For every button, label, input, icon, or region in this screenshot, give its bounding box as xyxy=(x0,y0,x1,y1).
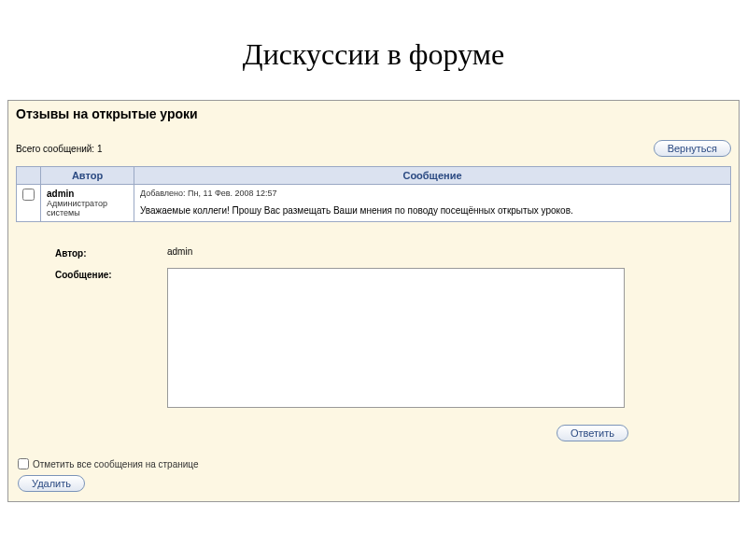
mark-all-label[interactable]: Отметить все сообщения на странице xyxy=(18,458,729,469)
col-author-header: Автор xyxy=(41,167,134,185)
col-check-header xyxy=(17,167,41,185)
row-checkbox[interactable] xyxy=(22,189,35,201)
forum-panel: Отзывы на открытые уроки Всего сообщений… xyxy=(7,100,740,502)
meta-row: Всего сообщений: 1 Вернуться xyxy=(8,127,739,162)
post-date: Добавлено: Пн, 11 Фев. 2008 12:57 xyxy=(140,189,725,198)
author-name: admin xyxy=(47,189,128,199)
message-count: Всего сообщений: 1 xyxy=(16,144,102,154)
message-textarea[interactable] xyxy=(167,268,625,408)
table-row: admin Администратор системы Добавлено: П… xyxy=(17,185,731,222)
back-button[interactable]: Вернуться xyxy=(654,140,731,157)
delete-button[interactable]: Удалить xyxy=(18,475,85,492)
reply-button[interactable]: Ответить xyxy=(557,425,628,441)
page-title: Дискуссии в форуме xyxy=(0,0,747,100)
mark-all-checkbox[interactable] xyxy=(18,458,29,469)
author-role: Администратор системы xyxy=(47,199,128,217)
footer-controls: Отметить все сообщения на странице Удали… xyxy=(8,451,739,501)
author-label: Автор: xyxy=(55,246,167,259)
post-body: Уважаемые коллеги! Прошу Вас размещать В… xyxy=(140,205,725,216)
col-message-header: Сообщение xyxy=(134,167,731,185)
panel-header: Отзывы на открытые уроки xyxy=(8,101,739,127)
author-value: admin xyxy=(167,246,192,259)
message-label: Сообщение: xyxy=(55,268,167,408)
mark-all-text: Отметить все сообщения на странице xyxy=(33,459,199,469)
posts-table: Автор Сообщение admin Администратор сист… xyxy=(16,166,731,222)
reply-form: Автор: admin Сообщение: xyxy=(8,230,739,423)
